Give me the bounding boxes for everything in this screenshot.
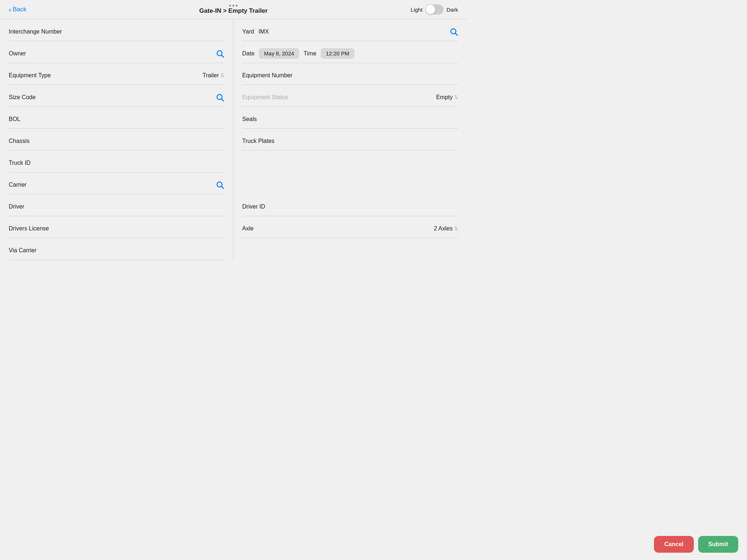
date-time-field: Date May 8, 2024 Time 12:20 PM [242, 41, 458, 63]
right-column: Yard IMX Date May 8, 2024 Time 12:20 PM … [233, 19, 458, 260]
truck-plates-field[interactable]: Truck Plates [242, 129, 458, 151]
header-dot-3 [236, 5, 237, 7]
equipment-number-label: Equipment Number [242, 72, 293, 79]
dark-label: Dark [446, 7, 458, 13]
theme-toggle-group: Light Dark [411, 4, 458, 15]
seals-label: Seals [242, 116, 257, 122]
page-title: Gate-IN > Empty Trailer [199, 7, 268, 15]
interchange-number-label: Interchange Number [9, 28, 62, 35]
driver-id-label: Driver ID [242, 203, 265, 210]
axle-field[interactable]: Axle 2 Axles ⇅ [242, 216, 458, 238]
left-column: Interchange Number Owner Equipment Type … [9, 19, 233, 260]
back-button[interactable]: ‹ Back [9, 5, 26, 14]
equipment-type-field[interactable]: Equipment Type Trailer ⇅ [9, 63, 224, 85]
header-dots [229, 5, 237, 7]
size-code-search-icon[interactable] [216, 93, 224, 102]
toggle-thumb [426, 5, 435, 14]
svg-line-1 [222, 55, 224, 57]
theme-toggle[interactable] [425, 4, 444, 15]
equipment-number-field[interactable]: Equipment Number [242, 63, 458, 85]
header-center: Gate-IN > Empty Trailer [199, 5, 268, 15]
driver-id-field[interactable]: Driver ID [242, 194, 458, 216]
light-label: Light [411, 7, 423, 13]
carrier-search-icon[interactable] [216, 180, 224, 189]
driver-field[interactable]: Driver [9, 194, 224, 216]
equipment-type-label: Equipment Type [9, 72, 51, 79]
yard-value: IMX [259, 28, 269, 35]
owner-field: Owner [9, 41, 224, 63]
driver-label: Driver [9, 203, 24, 210]
via-carrier-label: Via Carrier [9, 247, 36, 254]
back-arrow-icon: ‹ [9, 5, 11, 14]
owner-search-icon[interactable] [216, 49, 224, 58]
bol-field[interactable]: BOL [9, 107, 224, 129]
header-dot-1 [229, 5, 231, 7]
date-label: Date [242, 50, 255, 57]
time-value[interactable]: 12:20 PM [321, 48, 354, 59]
carrier-label: Carrier [9, 182, 27, 188]
axle-updown-icon: ⇅ [454, 226, 458, 231]
seals-field[interactable]: Seals [242, 107, 458, 129]
equipment-status-label: Equipment Status [242, 94, 288, 101]
equipment-type-value: Trailer [202, 72, 219, 79]
via-carrier-field[interactable]: Via Carrier [9, 238, 224, 260]
equipment-status-value: Empty [436, 94, 453, 101]
chassis-field[interactable]: Chassis [9, 129, 224, 151]
interchange-number-field[interactable]: Interchange Number [9, 19, 224, 41]
size-code-field: Size Code [9, 85, 224, 107]
date-value[interactable]: May 8, 2024 [259, 48, 299, 59]
svg-line-5 [222, 186, 224, 188]
header-dot-2 [232, 5, 234, 7]
equipment-type-updown-icon: ⇅ [220, 73, 224, 78]
truck-id-field[interactable]: Truck ID [9, 151, 224, 172]
equipment-status-updown-icon: ⇅ [454, 94, 458, 100]
driver-right-spacer [242, 172, 458, 194]
axle-label: Axle [242, 225, 253, 232]
main-content: Interchange Number Owner Equipment Type … [0, 19, 467, 260]
svg-line-3 [222, 99, 224, 101]
header: ‹ Back Gate-IN > Empty Trailer Light Dar… [0, 0, 467, 19]
carrier-right-spacer [242, 151, 458, 172]
back-label: Back [13, 6, 27, 13]
drivers-license-field[interactable]: Drivers License [9, 216, 224, 238]
yard-field: Yard IMX [242, 19, 458, 41]
bol-label: BOL [9, 116, 20, 122]
time-label: Time [303, 50, 316, 57]
axle-value: 2 Axles [434, 225, 453, 232]
date-time-row: Date May 8, 2024 Time 12:20 PM [242, 48, 355, 59]
size-code-label: Size Code [9, 94, 36, 101]
carrier-field: Carrier [9, 172, 224, 194]
yard-row: Yard IMX [242, 28, 269, 35]
truck-plates-label: Truck Plates [242, 138, 274, 144]
svg-line-7 [456, 33, 458, 35]
equipment-status-field[interactable]: Equipment Status Empty ⇅ [242, 85, 458, 107]
truck-id-label: Truck ID [9, 160, 31, 166]
owner-label: Owner [9, 50, 26, 57]
drivers-license-label: Drivers License [9, 225, 49, 232]
chassis-label: Chassis [9, 138, 30, 144]
yard-label: Yard [242, 28, 254, 35]
yard-search-icon[interactable] [449, 27, 458, 36]
